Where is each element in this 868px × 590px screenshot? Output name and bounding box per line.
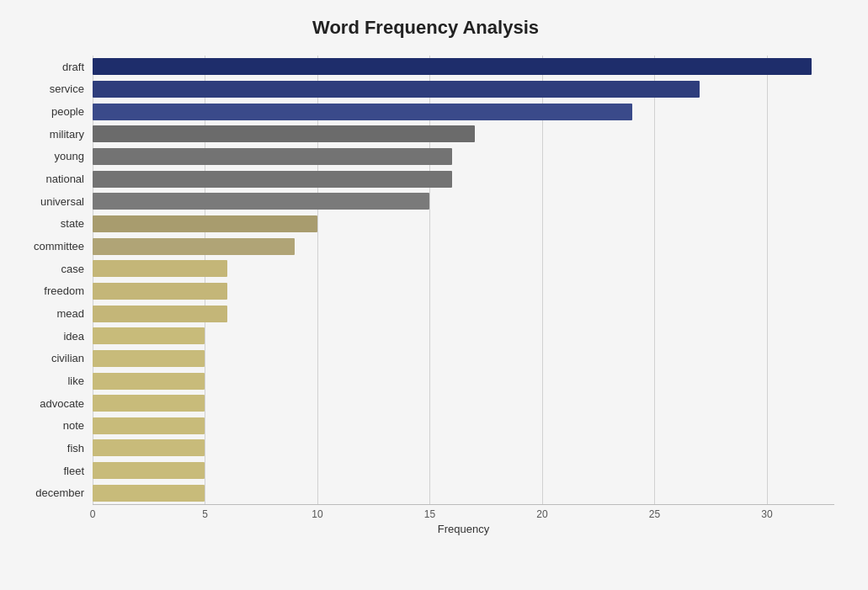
bar-label-fleet: fleet xyxy=(17,460,93,482)
bar-row xyxy=(93,481,834,504)
bar-label-military: military xyxy=(17,123,93,146)
bar-row xyxy=(93,460,834,482)
bar-row xyxy=(93,146,834,168)
x-axis-area: 051015202530 xyxy=(17,504,834,521)
bar-label-advocate: advocate xyxy=(17,392,93,415)
bar-fill-civilian xyxy=(93,350,205,367)
bar-row xyxy=(93,213,834,236)
bar-row xyxy=(93,78,834,101)
bar-label-national: national xyxy=(17,167,93,190)
bar-label-like: like xyxy=(17,369,93,392)
bar-row xyxy=(93,302,834,325)
x-tick-0: 0 xyxy=(90,508,96,520)
chart-container: Word Frequency Analysis draftservicepeop… xyxy=(0,0,868,590)
bar-row xyxy=(93,348,834,370)
bar-fill-fleet xyxy=(93,462,205,479)
bar-label-mead: mead xyxy=(17,302,93,325)
chart-body: draftservicepeoplemilitaryyoungnationalu… xyxy=(17,56,834,504)
x-axis-label: Frequency xyxy=(438,523,489,535)
x-tick-20: 20 xyxy=(536,508,547,520)
bar-label-fish: fish xyxy=(17,437,93,460)
bar-label-committee: committee xyxy=(17,235,93,258)
bar-label-december: december xyxy=(17,481,93,504)
bar-label-people: people xyxy=(17,100,93,123)
bar-label-civilian: civilian xyxy=(17,348,93,370)
x-tick-10: 10 xyxy=(312,508,322,520)
bar-fill-young xyxy=(93,148,452,165)
bar-label-universal: universal xyxy=(17,190,93,213)
x-tick-25: 25 xyxy=(649,508,660,520)
bar-fill-idea xyxy=(93,327,205,344)
bar-label-freedom: freedom xyxy=(17,280,93,303)
bar-row xyxy=(93,392,834,415)
bar-fill-people xyxy=(93,104,632,120)
chart-main: draftservicepeoplemilitaryyoungnationalu… xyxy=(17,56,834,536)
bar-fill-mead xyxy=(93,306,227,322)
bar-fill-universal xyxy=(93,193,429,210)
bar-label-note: note xyxy=(17,415,93,438)
bar-fill-advocate xyxy=(93,395,205,412)
bar-fill-national xyxy=(93,171,452,188)
bar-row xyxy=(93,56,834,78)
bar-row xyxy=(93,100,834,123)
bar-row xyxy=(93,235,834,258)
bar-fill-like xyxy=(93,373,205,390)
bar-label-case: case xyxy=(17,258,93,280)
bar-fill-service xyxy=(93,81,700,98)
bar-fill-case xyxy=(93,260,227,277)
bar-row xyxy=(93,167,834,190)
bar-fill-fish xyxy=(93,439,205,456)
bar-fill-military xyxy=(93,125,475,142)
bar-fill-december xyxy=(93,485,205,502)
x-label-row: Frequency xyxy=(17,521,834,536)
bars-column xyxy=(93,56,834,504)
bar-fill-freedom xyxy=(93,283,227,300)
labels-column: draftservicepeoplemilitaryyoungnationalu… xyxy=(17,56,93,504)
bar-label-draft: draft xyxy=(17,56,93,78)
bar-row xyxy=(93,258,834,280)
bar-row xyxy=(93,190,834,213)
bar-row xyxy=(93,280,834,303)
bar-label-service: service xyxy=(17,78,93,101)
x-tick-5: 5 xyxy=(202,508,208,520)
x-tick-15: 15 xyxy=(424,508,435,520)
bar-label-idea: idea xyxy=(17,325,93,348)
bar-fill-note xyxy=(93,417,205,434)
bar-row xyxy=(93,369,834,392)
bar-label-young: young xyxy=(17,146,93,168)
bar-row xyxy=(93,123,834,146)
chart-title: Word Frequency Analysis xyxy=(17,17,834,39)
bar-fill-draft xyxy=(93,58,812,75)
bar-fill-state xyxy=(93,215,317,232)
bar-row xyxy=(93,325,834,348)
bar-row xyxy=(93,437,834,460)
x-tick-30: 30 xyxy=(761,508,772,520)
bar-label-state: state xyxy=(17,213,93,236)
bar-row xyxy=(93,415,834,438)
bar-fill-committee xyxy=(93,238,295,255)
